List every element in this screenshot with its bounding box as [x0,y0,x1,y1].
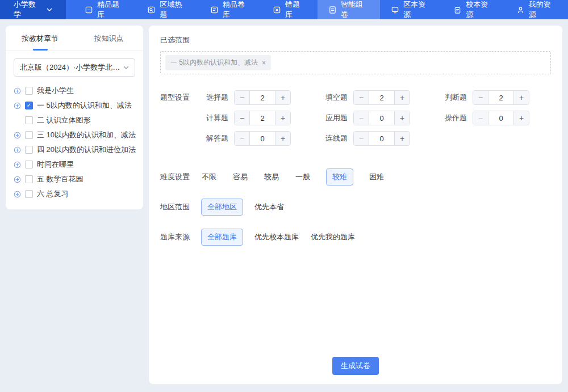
decrement-button[interactable]: − [235,91,250,104]
tree-item[interactable]: 时间在哪里 [14,157,135,172]
increment-button[interactable]: + [394,132,410,145]
source-option[interactable]: 全部题库 [201,229,243,246]
nav-item-screen[interactable]: 区本资源 [380,0,442,19]
sidebar-tabs: 按教材章节 按知识点 [6,26,143,51]
difficulty-option[interactable]: 较易 [264,168,279,186]
count-value[interactable]: 0 [369,111,394,125]
tree-item[interactable]: 六 总复习 [14,187,135,201]
nav-item-label: 我的资源 [529,0,557,20]
difficulty-option[interactable]: 一般 [295,168,311,186]
question-type-label: 应用题 [320,113,348,123]
chapter-checkbox[interactable] [25,161,33,168]
tree-item[interactable]: 我是小学生 [14,83,135,98]
increment-button[interactable]: + [513,91,529,104]
count-value[interactable]: 0 [250,132,275,145]
nav-item-label: 精品卷库 [223,0,251,20]
generate-paper-button[interactable]: 生成试卷 [332,357,379,375]
chapter-tree: 我是小学生✓一 5以内数的认识和加、减法二 认识立体图形三 10以内数的认识和加… [6,79,143,209]
count-value[interactable]: 2 [369,91,394,104]
tab-by-knowledge[interactable]: 按知识点 [74,26,143,50]
region-option[interactable]: 优先本省 [254,199,285,216]
tree-item[interactable]: ✓一 5以内数的认识和加、减法 [14,98,135,113]
question-type-row: 操作题−0+ [440,111,529,125]
expand-plus-icon[interactable] [14,176,21,183]
decrement-button[interactable]: − [354,111,369,125]
chapter-checkbox[interactable] [25,146,33,154]
count-stepper: −0+ [353,111,410,125]
top-navbar: 小学数学 精品题库区域热题精品卷库错题库智能组卷区本资源校本资源我的资源 [0,0,568,19]
chapter-checkbox[interactable] [25,131,33,139]
active-tab-underline [33,49,48,50]
question-type-row: 填空题−2+ [320,90,410,105]
difficulty-option[interactable]: 容易 [232,168,248,186]
increment-button[interactable]: + [394,111,410,125]
nav-item-clipboard[interactable]: 校本资源 [442,0,505,19]
expand-plus-icon[interactable] [14,132,21,139]
chapter-checkbox[interactable] [25,175,33,183]
increment-button[interactable]: + [513,111,529,125]
chevron-down-icon [47,7,52,12]
decrement-button[interactable]: − [354,91,369,104]
decrement-button[interactable]: − [235,111,250,125]
question-type-section: 题型设置 选择题−2+填空题−2+判断题−2+计算题−2+应用题−0+操作题−0… [160,90,551,146]
count-value[interactable]: 2 [250,91,275,104]
nav-item-search[interactable]: 区域热题 [136,0,199,19]
subject-selector[interactable]: 小学数学 [0,0,66,19]
tree-item[interactable]: 五 数学百花园 [14,172,135,187]
count-value[interactable]: 2 [488,91,513,104]
tree-item-label: 一 5以内数的认识和加、减法 [37,100,132,111]
difficulty-option[interactable]: 不限 [201,168,217,186]
expand-plus-icon[interactable] [14,161,21,168]
nav-item-label: 智能组卷 [341,0,369,20]
subject-selector-label: 小学数学 [14,0,43,20]
smart-paper-icon [328,6,337,14]
question-type-row: 计算题−2+ [201,111,291,125]
count-value[interactable]: 0 [488,111,513,125]
question-type-label: 填空题 [320,92,348,103]
tab-by-chapter[interactable]: 按教材章节 [6,26,74,50]
expand-plus-icon[interactable] [14,191,21,198]
increment-button[interactable]: + [275,111,290,125]
tree-item[interactable]: 四 20以内数的认识和进位加法 [14,142,135,157]
nav-item-user[interactable]: 我的资源 [506,0,568,19]
question-type-row: 判断题−2+ [440,90,529,105]
count-value[interactable]: 0 [369,132,394,145]
decrement-button[interactable]: − [473,111,488,125]
chapter-checkbox[interactable]: ✓ [25,102,33,109]
question-type-row: 选择题−2+ [201,90,291,105]
nav-item-smart-paper[interactable]: 智能组卷 [318,0,380,19]
decrement-button[interactable]: − [473,91,488,104]
chapter-checkbox[interactable] [25,190,33,198]
source-option[interactable]: 优先校本题库 [254,229,299,246]
question-type-row: 解答题−0+ [201,131,291,146]
expand-plus-icon[interactable] [14,87,21,95]
nav-item-doc[interactable]: 精品题库 [74,0,136,19]
source-option[interactable]: 优先我的题库 [310,229,356,246]
source-options: 全部题库优先校本题库优先我的题库 [201,229,366,246]
increment-button[interactable]: + [275,91,290,104]
chapter-checkbox[interactable] [25,87,33,95]
nav-item-label: 校本资源 [466,0,494,20]
textbook-select[interactable]: 北京版（2024）·小学数学北京版... [14,58,135,77]
expand-plus-icon[interactable] [14,146,21,154]
tag-close-icon[interactable]: × [262,59,266,67]
decrement-button[interactable]: − [235,132,250,145]
decrement-button[interactable]: − [354,132,369,145]
difficulty-option[interactable]: 困难 [369,168,385,186]
chapter-checkbox[interactable] [25,116,33,124]
increment-button[interactable]: + [275,132,290,145]
expand-plus-icon[interactable] [14,102,21,109]
tree-item-label: 我是小学生 [37,86,74,96]
region-option[interactable]: 全部地区 [201,199,243,216]
tree-item[interactable]: 三 10以内数的认识和加、减法 [14,128,135,142]
count-stepper: −0+ [353,131,410,146]
tree-item[interactable]: 二 认识立体图形 [14,113,135,128]
tree-item-label: 二 认识立体图形 [37,115,91,125]
nav-item-paper-pen[interactable]: 精品卷库 [199,0,262,19]
difficulty-option[interactable]: 较难 [326,168,353,186]
screen-icon [391,6,399,14]
nav-item-wrong-book[interactable]: 错题库 [262,0,318,19]
increment-button[interactable]: + [394,91,410,104]
count-value[interactable]: 2 [250,111,275,125]
tree-item-label: 四 20以内数的认识和进位加法 [37,145,136,155]
